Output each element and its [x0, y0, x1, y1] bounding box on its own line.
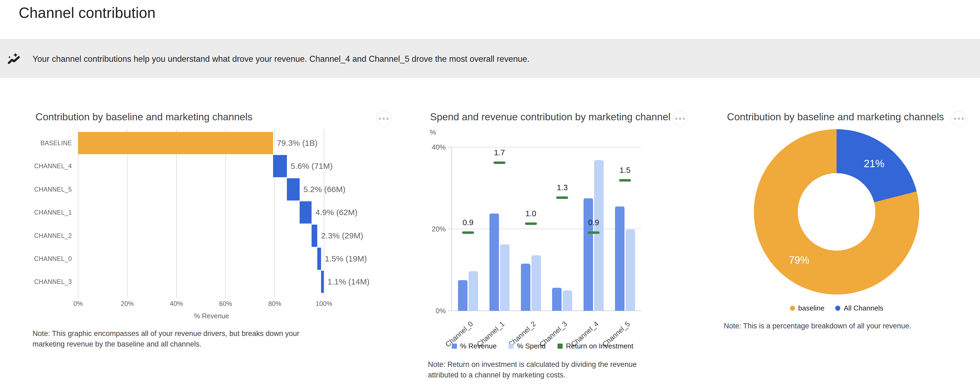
- grouped-y-unit-label: %: [430, 128, 436, 136]
- grouped-chart-legend: % Revenue% SpendReturn on Investment: [452, 342, 633, 350]
- donut-slice-label: 21%: [864, 158, 884, 169]
- legend-item: % Revenue: [452, 342, 496, 350]
- legend-swatch: [790, 306, 795, 311]
- donut-slice-label: 79%: [789, 254, 810, 266]
- donut-hole: [798, 173, 875, 251]
- legend-label: Return on Investment: [566, 342, 633, 350]
- legend-swatch: [557, 344, 563, 349]
- legend-item: baseline: [790, 304, 825, 312]
- legend-label: % Revenue: [460, 342, 496, 350]
- legend-label: baseline: [798, 304, 825, 312]
- legend-item: All Channels: [835, 304, 883, 312]
- legend-swatch: [508, 344, 514, 349]
- channel-contribution-page: Channel contribution Your channel contri…: [0, 0, 980, 388]
- waterfall-x-axis-title: % Revenue: [171, 312, 252, 320]
- legend-item: Return on Investment: [557, 342, 633, 350]
- waterfall-note: Note: This graphic encompasses all of yo…: [33, 328, 304, 350]
- legend-item: % Spend: [508, 342, 546, 350]
- legend-swatch: [835, 306, 840, 311]
- donut-note: Note: This is a percentage breakdown of …: [724, 321, 968, 331]
- legend-label: % Spend: [517, 342, 546, 350]
- legend-swatch: [452, 344, 457, 349]
- donut-chart-legend: baselineAll Channels: [755, 304, 918, 312]
- legend-label: All Channels: [843, 304, 883, 312]
- grouped-note: Note: Return on investment is calculated…: [428, 359, 667, 380]
